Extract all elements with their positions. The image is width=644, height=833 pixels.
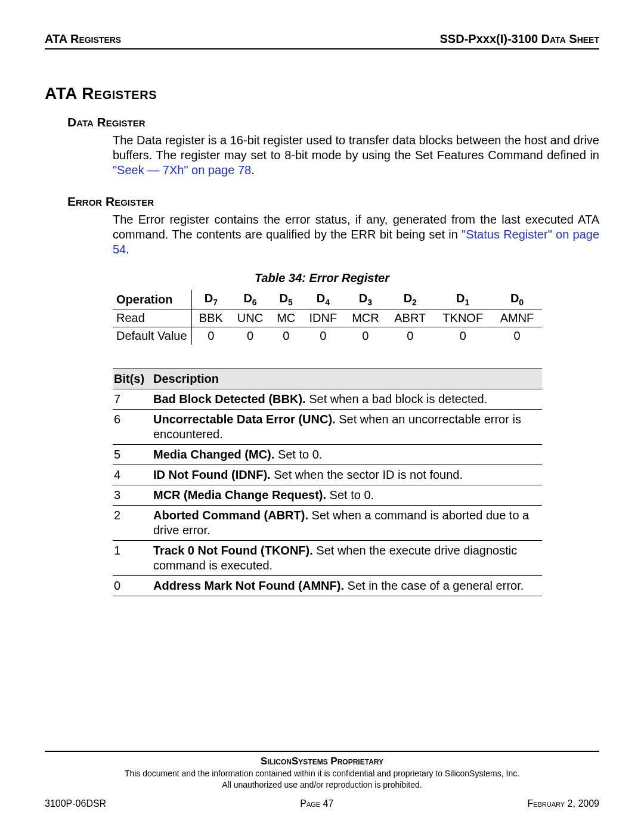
footer-row: 3100P-06DSR Page 47 February 2, 2009 xyxy=(45,798,599,809)
footer-page: Page 47 xyxy=(300,798,333,809)
error-register-text: The Error register contains the error st… xyxy=(113,212,599,257)
page: ATA Registers SSD-Pxxx(I)-3100 Data Shee… xyxy=(0,0,644,833)
table-row: 6Uncorrectable Data Error (UNC). Set whe… xyxy=(113,410,542,445)
table-row: Read BBK UNC MC IDNF MCR ABRT TKNOF AMNF xyxy=(113,309,542,327)
footer-confidential-1: This document and the information contai… xyxy=(45,769,599,779)
table-row: 1Track 0 Not Found (TKONF). Set when the… xyxy=(113,541,542,576)
header-left: ATA Registers xyxy=(45,32,121,46)
footer-docnum: 3100P-06DSR xyxy=(45,798,106,809)
table-header-row: Bit(s) Description xyxy=(113,369,542,389)
table-header-row: Operation D7 D6 D5 D4 D3 D2 D1 D0 xyxy=(113,290,542,309)
section-heading-error-register: Error Register xyxy=(67,194,599,209)
page-title: ATA Registers xyxy=(45,84,599,103)
table34-caption: Table 34: Error Register xyxy=(45,271,599,285)
section-heading-data-register: Data Register xyxy=(67,115,599,129)
table-row: 2Aborted Command (ABRT). Set when a comm… xyxy=(113,506,542,541)
data-register-text: The Data register is a 16-bit register u… xyxy=(113,133,599,178)
table-row: 5Media Changed (MC). Set to 0. xyxy=(113,445,542,465)
page-header: ATA Registers SSD-Pxxx(I)-3100 Data Shee… xyxy=(45,32,599,49)
footer-confidential-2: All unauthorized use and/or reproduction… xyxy=(45,780,599,790)
table-row: 7Bad Block Detected (BBK). Set when a ba… xyxy=(113,389,542,410)
error-register-table: Operation D7 D6 D5 D4 D3 D2 D1 D0 Read B… xyxy=(113,290,542,345)
table-row: 3MCR (Media Change Request). Set to 0. xyxy=(113,485,542,506)
page-footer: SiliconSystems Proprietary This document… xyxy=(45,751,599,809)
header-right: SSD-Pxxx(I)-3100 Data Sheet xyxy=(440,32,599,46)
footer-date: February 2, 2009 xyxy=(527,798,599,809)
footer-proprietary: SiliconSystems Proprietary xyxy=(45,755,599,767)
link-seek-7xh[interactable]: "Seek — 7Xh" on page 78 xyxy=(113,163,251,176)
table-row: 4ID Not Found (IDNF). Set when the secto… xyxy=(113,465,542,485)
bits-description-table: Bit(s) Description 7Bad Block Detected (… xyxy=(113,368,542,596)
table-row: Default Value 0 0 0 0 0 0 0 0 xyxy=(113,327,542,345)
table-row: 0Address Mark Not Found (AMNF). Set in t… xyxy=(113,576,542,596)
